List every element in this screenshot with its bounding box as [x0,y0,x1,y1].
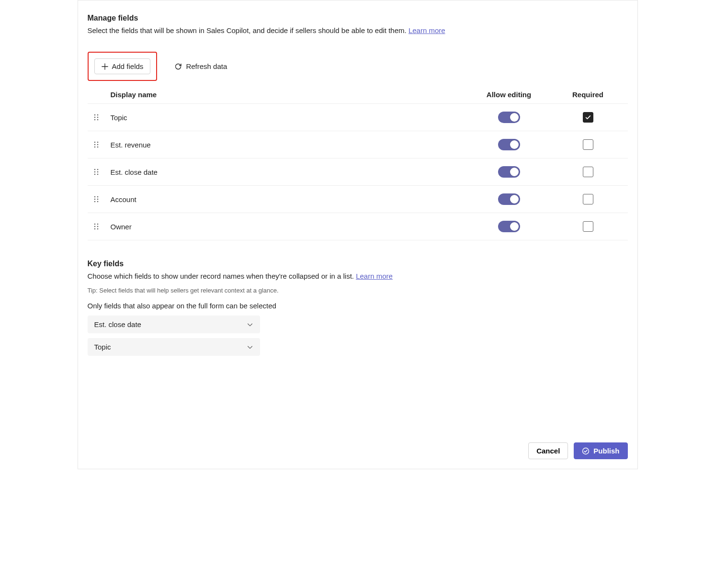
field-name: Est. close date [111,168,466,176]
add-fields-highlight: Add fields [88,52,158,81]
svg-point-14 [94,171,95,173]
svg-point-22 [94,201,95,203]
svg-point-28 [94,228,95,230]
key-fields-tip: Tip: Select fields that will help seller… [88,287,628,294]
allow-editing-toggle[interactable] [498,139,520,150]
svg-point-25 [97,224,98,225]
svg-point-5 [97,119,98,121]
field-name: Est. revenue [111,141,466,149]
svg-point-11 [97,147,98,148]
footer-actions: Cancel Publish [88,423,628,459]
allow-editing-toggle[interactable] [498,166,520,178]
svg-point-27 [97,226,98,227]
drag-handle-icon[interactable] [91,167,101,177]
svg-point-9 [97,144,98,146]
required-checkbox[interactable] [583,167,593,177]
chevron-down-icon [247,321,253,328]
svg-point-10 [94,147,95,148]
table-row: Est. close date [88,158,628,186]
key-field-dropdown[interactable]: Topic [88,338,260,356]
key-fields-learn-more-link[interactable]: Learn more [356,272,393,280]
svg-point-1 [97,114,98,116]
table-row: Account [88,186,628,213]
svg-point-20 [94,199,95,200]
required-checkbox[interactable] [583,194,593,204]
table-row: Topic [88,104,628,131]
svg-point-8 [94,144,95,146]
dropdown-value: Topic [94,343,111,351]
chevron-down-icon [247,344,253,351]
svg-point-7 [97,142,98,143]
required-checkbox[interactable] [583,139,593,150]
table-row: Owner [88,213,628,240]
key-fields-desc: Choose which fields to show under record… [88,272,628,280]
required-checkbox[interactable] [583,112,593,123]
svg-point-2 [94,117,95,118]
allow-editing-toggle[interactable] [498,112,520,123]
refresh-icon [174,63,182,70]
svg-point-18 [94,196,95,198]
allow-editing-toggle[interactable] [498,193,520,205]
svg-point-17 [97,174,98,175]
manage-fields-panel: Manage fields Select the fields that wil… [78,0,638,469]
col-allow-editing: Allow editing [466,90,552,99]
manage-fields-desc: Select the fields that will be shown in … [88,26,628,34]
drag-handle-icon[interactable] [91,222,101,231]
col-display-name: Display name [111,90,466,99]
col-required: Required [552,90,624,99]
svg-point-4 [94,119,95,121]
fields-table-header: Display name Allow editing Required [88,81,628,104]
key-field-dropdown[interactable]: Est. close date [88,316,260,333]
checkmark-circle-icon [582,447,590,455]
plus-icon [102,63,108,70]
drag-handle-icon[interactable] [91,194,101,204]
svg-point-21 [97,199,98,200]
svg-point-23 [97,201,98,203]
svg-point-24 [94,224,95,225]
svg-point-0 [94,114,95,116]
field-name: Account [111,195,466,204]
svg-point-3 [97,117,98,118]
svg-point-19 [97,196,98,198]
key-fields-selections: Est. close dateTopic [88,316,628,361]
dropdown-value: Est. close date [94,320,141,328]
cancel-button[interactable]: Cancel [528,442,568,459]
refresh-data-button[interactable]: Refresh data [168,59,234,74]
key-fields-note: Only fields that also appear on the full… [88,302,628,310]
key-fields-title: Key fields [88,260,628,268]
svg-point-13 [97,169,98,170]
fields-table-body: TopicEst. revenueEst. close dateAccountO… [88,104,628,240]
required-checkbox[interactable] [583,221,593,232]
publish-button[interactable]: Publish [574,442,627,459]
svg-point-29 [97,228,98,230]
manage-learn-more-link[interactable]: Learn more [409,26,445,34]
svg-point-12 [94,169,95,170]
manage-fields-title: Manage fields [88,14,628,23]
drag-handle-icon[interactable] [91,140,101,149]
fields-toolbar: Add fields Refresh data [88,52,628,81]
allow-editing-toggle[interactable] [498,221,520,232]
table-row: Est. revenue [88,131,628,158]
svg-point-6 [94,142,95,143]
add-fields-button[interactable]: Add fields [94,58,151,74]
svg-point-26 [94,226,95,227]
svg-point-16 [94,174,95,175]
field-name: Topic [111,113,466,122]
svg-point-15 [97,171,98,173]
drag-handle-icon[interactable] [91,113,101,122]
field-name: Owner [111,223,466,231]
